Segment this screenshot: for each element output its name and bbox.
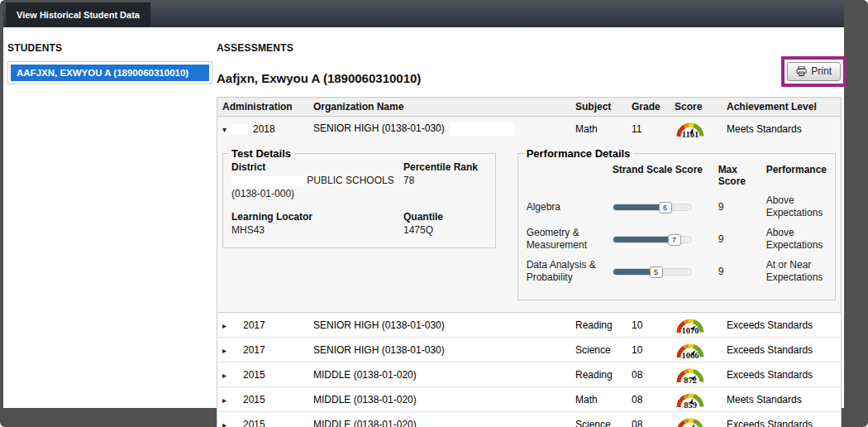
print-button-label: Print: [811, 65, 832, 77]
quantile-label: Quantile: [403, 211, 487, 223]
table-row[interactable]: ▸2015 MIDDLE (0138-01-020) Science 08 86…: [217, 412, 841, 427]
expand-caret-icon[interactable]: ▸: [222, 321, 231, 330]
top-navbar: View Historical Student Data: [3, 2, 844, 27]
test-details-legend: Test Details: [228, 147, 294, 160]
max-score-value: 9: [718, 233, 766, 245]
col-administration: Administration: [217, 98, 308, 116]
performance-header: Performance: [766, 164, 827, 187]
svg-text:1070: 1070: [682, 326, 699, 335]
organization-name: SENIOR HIGH (0138-01-030): [308, 343, 570, 357]
subject: Math: [570, 122, 627, 137]
score-bar-track: 7: [613, 236, 692, 243]
grade: 08: [627, 367, 670, 382]
grade: 10: [627, 318, 670, 333]
administration-cell: ▾2018: [217, 122, 308, 137]
organization-name: MIDDLE (0138-01-020): [308, 392, 570, 407]
administration-year: 2015: [243, 394, 265, 405]
administration-cell: ▸2015: [217, 417, 308, 427]
performance-row: Geometry & Measurement 7 9 Above Expecta…: [527, 227, 827, 252]
district-code: (0138-01-000): [231, 188, 403, 199]
administration-year: 2017: [243, 344, 265, 356]
performance-row: Data Analysis & Probability 5 9 At or Ne…: [527, 259, 827, 284]
score-gauge: 872: [670, 362, 722, 386]
assessments-panel: ASSESSMENTS Aafjxn, Exwyou A (1890060310…: [217, 42, 842, 427]
expand-caret-icon[interactable]: ▸: [222, 371, 231, 380]
administration-cell: ▸2015: [217, 392, 308, 407]
assessments-heading: ASSESSMENTS: [217, 42, 842, 54]
redaction-block: [231, 124, 248, 134]
expanded-details-panel: Test Details District Percentile Rank PU…: [217, 141, 841, 313]
grade: 08: [627, 417, 670, 427]
max-score-header: Max Score: [718, 164, 766, 187]
collapse-caret-icon[interactable]: ▾: [222, 125, 231, 134]
student-list-item-selected[interactable]: AAFJXN, EXWYOU A (1890060310010): [11, 65, 209, 81]
score-bar-fill: [613, 237, 675, 242]
learning-locator-value: MHS43: [231, 224, 403, 236]
redaction-block: [450, 122, 514, 136]
administration-year: 2017: [243, 319, 265, 331]
col-organization-name: Organization Name: [308, 98, 570, 116]
table-row-expanded[interactable]: ▾2018 SENIOR HIGH (0138-01-030) Math 11 …: [217, 117, 841, 141]
table-row[interactable]: ▸2015 MIDDLE (0138-01-020) Reading 08 87…: [217, 362, 841, 387]
achievement-level: Meets Standards: [722, 122, 841, 137]
performance-value: Above Expectations: [766, 227, 827, 252]
expand-caret-icon[interactable]: ▸: [222, 420, 231, 427]
organization-name: MIDDLE (0138-01-020): [308, 367, 570, 382]
table-row[interactable]: ▸2017 SENIOR HIGH (0138-01-030) Reading …: [217, 313, 841, 338]
print-button[interactable]: Print: [787, 62, 841, 81]
performance-details-fieldset: Performance Details Strand Scale Score M…: [517, 147, 836, 300]
district-value: PUBLIC SCHOOLS: [231, 175, 403, 186]
score-bar-value-badge: 5: [650, 266, 663, 278]
max-score-value: 9: [718, 201, 766, 213]
svg-text:872: 872: [684, 376, 697, 385]
grade: 10: [627, 343, 670, 357]
learning-locator-label: Learning Locator: [231, 211, 403, 223]
achievement-level: Exceeds Standards: [722, 343, 841, 357]
strand-name: Data Analysis & Probability: [527, 259, 613, 284]
assessments-table: Administration Organization Name Subject…: [217, 97, 842, 427]
print-highlight-annotation: Print: [781, 56, 847, 87]
organization-name: SENIOR HIGH (0138-01-030): [308, 318, 570, 333]
strand-name: Geometry & Measurement: [527, 227, 613, 252]
printer-icon: [796, 66, 807, 76]
organization-name: MIDDLE (0138-01-020): [308, 417, 570, 427]
grade: 11: [627, 122, 670, 137]
administration-year: 2015: [243, 369, 265, 381]
administration-cell: ▸2017: [217, 318, 308, 333]
score-gauge: 1161: [670, 117, 722, 141]
score-gauge: 863: [670, 412, 722, 427]
expand-caret-icon[interactable]: ▸: [222, 396, 231, 405]
col-subject: Subject: [570, 98, 627, 116]
student-name-row: Aafjxn, Exwyou A (1890060310010) Print: [217, 65, 842, 94]
subject: Math: [570, 392, 627, 407]
collapsed-rows: ▸2017 SENIOR HIGH (0138-01-030) Reading …: [217, 313, 841, 427]
score-bar-track: 5: [613, 268, 692, 276]
percentile-rank-value: 78: [403, 175, 487, 186]
performance-row: Algebra 6 9 Above Expectations: [527, 194, 827, 219]
strand-score-bar: 5: [613, 268, 718, 276]
svg-text:1161: 1161: [682, 130, 699, 139]
organization-name: SENIOR HIGH (0138-01-030): [308, 121, 570, 137]
strand-score-bar: 7: [613, 236, 718, 243]
expand-caret-icon[interactable]: ▸: [222, 346, 231, 355]
subject: Reading: [570, 318, 627, 333]
table-row[interactable]: ▸2017 SENIOR HIGH (0138-01-030) Science …: [217, 338, 841, 362]
score-bar-value-badge: 6: [659, 202, 672, 214]
grade: 08: [627, 392, 670, 407]
redaction-block: [231, 176, 304, 186]
administration-year: 2015: [243, 419, 265, 427]
subject: Science: [570, 343, 627, 357]
administration-cell: ▸2015: [217, 367, 308, 382]
subject: Science: [570, 417, 627, 427]
table-row[interactable]: ▸2015 MIDDLE (0138-01-020) Math 08 859 M…: [217, 387, 841, 412]
performance-rows: Algebra 6 9 Above Expectations Geometry …: [527, 194, 827, 284]
tab-view-historical-student-data[interactable]: View Historical Student Data: [6, 2, 150, 27]
strand-scale-score-header: Strand Scale Score: [613, 164, 718, 187]
students-heading: STUDENTS: [7, 42, 212, 54]
subject: Reading: [570, 367, 627, 382]
page-content: STUDENTS AAFJXN, EXWYOU A (1890060310010…: [3, 27, 844, 408]
achievement-level: Exceeds Standards: [722, 417, 841, 427]
col-grade: Grade: [627, 98, 670, 116]
performance-header-row: Strand Scale Score Max Score Performance: [527, 164, 827, 187]
score-gauge: 1066: [670, 338, 722, 362]
